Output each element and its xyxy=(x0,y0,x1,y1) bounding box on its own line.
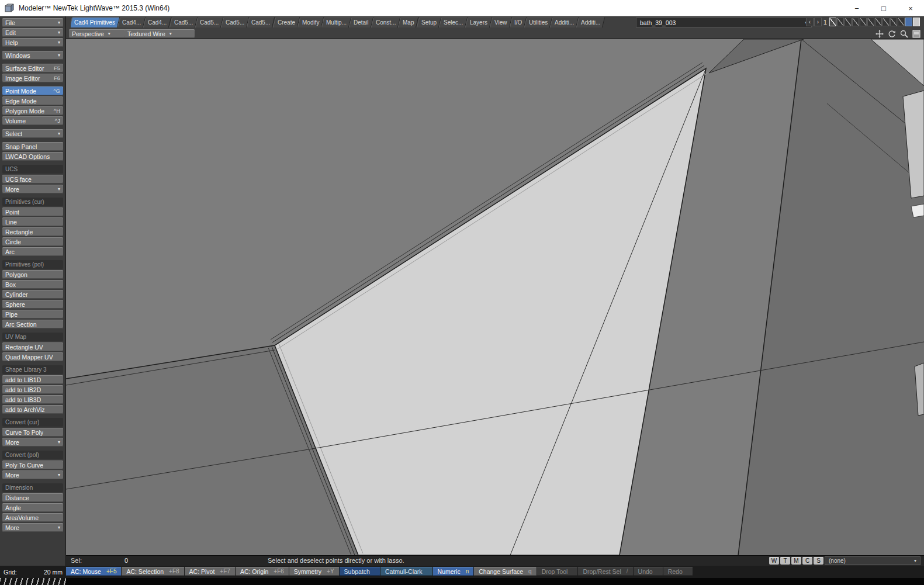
sidebar-item-edge-mode[interactable]: Edge Mode ▾ xyxy=(2,96,63,105)
sidebar-item-box[interactable]: Box ▾ xyxy=(2,280,63,289)
maximize-button[interactable]: □ xyxy=(870,0,897,16)
sidebar-item-more[interactable]: More ▾ xyxy=(2,185,63,193)
sidebar-item-point-mode[interactable]: Point Mode ^G ▾ xyxy=(2,86,63,95)
layer-tile[interactable] xyxy=(898,18,905,26)
sidebar-item-quad-mapper-uv[interactable]: Quad Mapper UV ▾ xyxy=(2,352,63,361)
sidebar-item-poly-to-curve[interactable]: Poly To Curve ▾ xyxy=(2,461,63,469)
sidebar-item-ucs-face[interactable]: UCS face ▾ xyxy=(2,175,63,184)
menu-tab-cad4-primitives[interactable]: Cad4 Primitives xyxy=(71,18,120,27)
viewport-3d[interactable] xyxy=(66,39,924,555)
sidebar-item-select[interactable]: Select ▾ xyxy=(2,129,63,138)
layer-tile[interactable] xyxy=(867,18,874,26)
sidebar-item-volume[interactable]: Volume ^J ▾ xyxy=(2,116,63,125)
sidebar-item-pipe[interactable]: Pipe ▾ xyxy=(2,310,63,319)
bottom-button-ac-origin[interactable]: AC: Origin +F6 xyxy=(236,567,289,576)
sidebar-item-add-to-lib1d[interactable]: add to LIB1D ▾ xyxy=(2,375,63,384)
bottom-button-drop-tool[interactable]: Drop Tool xyxy=(537,567,578,576)
layer-tile[interactable] xyxy=(852,18,859,26)
sidebar-item-polygon-mode[interactable]: Polygon Mode ^H ▾ xyxy=(2,106,63,115)
menu-tab-additi[interactable]: Additi... xyxy=(550,18,579,27)
sidebar-item-more[interactable]: More ▾ xyxy=(2,438,63,446)
sidebar-item-sphere[interactable]: Sphere ▾ xyxy=(2,300,63,309)
bottom-button-undo[interactable]: Undo xyxy=(634,567,663,576)
sidebar-item-polygon[interactable]: Polygon ▾ xyxy=(2,270,63,279)
menu-tab-create[interactable]: Create xyxy=(272,18,299,27)
vmap-button[interactable]: C xyxy=(802,557,812,565)
sidebar-item-circle[interactable]: Circle ▾ xyxy=(2,237,63,246)
vmap-button[interactable]: S xyxy=(814,557,823,565)
sidebar-item-help[interactable]: Help ▾ xyxy=(2,38,63,47)
layer-tile[interactable] xyxy=(837,18,844,26)
layer-prev-button[interactable]: ‹ xyxy=(806,18,814,26)
menu-tab-selec[interactable]: Selec... xyxy=(439,18,468,27)
close-button[interactable]: × xyxy=(897,0,924,16)
layer-tile-active-indicator[interactable] xyxy=(905,18,912,26)
sidebar-item-curve-to-poly[interactable]: Curve To Poly ▾ xyxy=(2,428,63,437)
bottom-button-catmull-clark[interactable]: Catmull-Clark xyxy=(380,567,432,576)
view-type-dropdown[interactable]: Perspective ▾ xyxy=(69,29,126,38)
layer-tile[interactable] xyxy=(845,18,852,26)
sidebar-item-cylinder[interactable]: Cylinder ▾ xyxy=(2,290,63,299)
menu-tab-layers[interactable]: Layers xyxy=(465,18,492,27)
vmap-button[interactable]: T xyxy=(780,557,790,565)
sidebar-item-line[interactable]: Line ▾ xyxy=(2,217,63,226)
render-mode-dropdown[interactable]: Textured Wire ▾ xyxy=(124,29,195,38)
vmap-selector[interactable]: (none) ▾ xyxy=(825,556,920,565)
sidebar-item-add-to-archviz[interactable]: add to ArchViz ▾ xyxy=(2,405,63,414)
bottom-button-ac-selection[interactable]: AC: Selection +F8 xyxy=(122,567,184,576)
menu-tab-const[interactable]: Const... xyxy=(371,18,400,27)
layer-tile[interactable] xyxy=(890,18,897,26)
bottom-button-drop-rest-sel[interactable]: Drop/Rest Sel / xyxy=(578,567,632,576)
menu-tab-cad4[interactable]: Cad4... xyxy=(143,18,171,27)
menu-tab-map[interactable]: Map xyxy=(398,18,419,27)
layer-tile[interactable] xyxy=(883,18,890,26)
sidebar-item-distance[interactable]: Distance ▾ xyxy=(2,493,63,502)
layer-tile[interactable] xyxy=(875,18,882,26)
zoom-icon[interactable] xyxy=(899,29,909,38)
bottom-button-ac-pivot[interactable]: AC: Pivot +F7 xyxy=(185,567,235,576)
menu-tab-cad5[interactable]: Cad5... xyxy=(169,18,197,27)
sidebar-item-windows[interactable]: Windows ▾ xyxy=(2,51,63,60)
sidebar-item-areavolume[interactable]: AreaVolume ▾ xyxy=(2,513,63,522)
menu-tab-additi[interactable]: Additi... xyxy=(576,18,605,27)
menu-tab-cad5[interactable]: Cad5... xyxy=(195,18,223,27)
sidebar-item-more[interactable]: More ▾ xyxy=(2,523,63,532)
pan-icon[interactable] xyxy=(874,29,885,38)
rotate-icon[interactable] xyxy=(887,29,897,38)
vmap-button[interactable]: W xyxy=(769,557,779,565)
layer-next-button[interactable]: › xyxy=(814,18,822,26)
sidebar-item-point[interactable]: Point ▾ xyxy=(2,207,63,216)
sidebar-item-file[interactable]: File ▾ xyxy=(2,18,63,27)
menu-tab-cad5[interactable]: Cad5... xyxy=(221,18,249,27)
menu-tab-setup[interactable]: Setup xyxy=(416,18,441,27)
layer-tile[interactable] xyxy=(860,18,867,26)
bottom-button-numeric[interactable]: Numeric n xyxy=(433,567,474,576)
vmap-button[interactable]: M xyxy=(791,557,801,565)
sidebar-item-more[interactable]: More ▾ xyxy=(2,470,63,479)
layer-tile-background-indicator[interactable] xyxy=(913,18,920,26)
menu-tab-cad5[interactable]: Cad5... xyxy=(247,18,275,27)
sidebar-item-lwcad-options[interactable]: LWCAD Options ▾ xyxy=(2,152,63,161)
sidebar-item-add-to-lib2d[interactable]: add to LIB2D ▾ xyxy=(2,385,63,394)
sidebar-item-add-to-lib3d[interactable]: add to LIB3D ▾ xyxy=(2,395,63,404)
maximize-viewport-icon[interactable] xyxy=(911,29,922,38)
sidebar-item-snap-panel[interactable]: Snap Panel ▾ xyxy=(2,142,63,151)
menu-tab-utilities[interactable]: Utilities xyxy=(524,18,552,27)
menu-tab-multip[interactable]: Multip... xyxy=(321,18,351,27)
bottom-button-symmetry[interactable]: Symmetry +Y xyxy=(289,567,339,576)
menu-tab-detail[interactable]: Detail xyxy=(349,18,373,27)
layer-tile[interactable] xyxy=(829,18,836,26)
sidebar-item-surface-editor[interactable]: Surface Editor F5 ▾ xyxy=(2,64,63,72)
sidebar-item-image-editor[interactable]: Image Editor F6 ▾ xyxy=(2,74,63,82)
bottom-button-subpatch[interactable]: Subpatch xyxy=(340,567,380,576)
bottom-button-change-surface[interactable]: Change Surface q xyxy=(474,567,536,576)
minimize-button[interactable]: − xyxy=(843,0,870,16)
bottom-button-ac-mouse[interactable]: AC: Mouse +F5 xyxy=(66,567,121,576)
sidebar-item-rectangle-uv[interactable]: Rectangle UV ▾ xyxy=(2,342,63,351)
menu-tab-view[interactable]: View xyxy=(490,18,512,27)
menu-tab-modify[interactable]: Modify xyxy=(297,18,324,27)
menu-tab-cad4[interactable]: Cad4... xyxy=(117,18,146,27)
sidebar-item-rectangle[interactable]: Rectangle ▾ xyxy=(2,227,63,236)
sidebar-item-arc[interactable]: Arc ▾ xyxy=(2,247,63,256)
bottom-button-redo[interactable]: Redo xyxy=(663,567,693,576)
